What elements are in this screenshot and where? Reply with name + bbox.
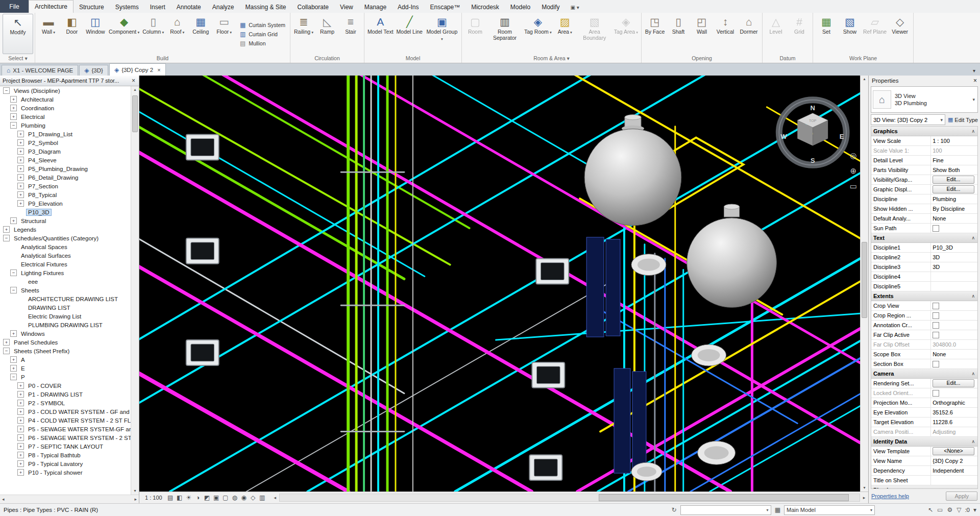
chevron-down-icon[interactable]: ▾ [972, 97, 976, 102]
property-row[interactable]: Discipline4 ∧ [871, 272, 977, 282]
tree-expander-icon[interactable]: − [10, 287, 17, 293]
ribbon-button[interactable]: ⌂ Roof [165, 14, 189, 54]
ribbon-button[interactable]: ◈ Tag Room [523, 14, 553, 54]
tree-expander-icon[interactable]: − [3, 87, 10, 94]
ribbon-button[interactable]: # Grid [788, 14, 811, 54]
ribbon-button[interactable]: ≡ Stair [339, 14, 362, 54]
property-row[interactable]: Scope Box None None ∧ [871, 350, 977, 359]
property-row[interactable]: Camera Positi... Adjusting Adjusting ∧ [871, 427, 977, 437]
tree-item[interactable]: + P2_Symbol [0, 138, 131, 147]
group-label-select[interactable]: Select ▾ [3, 54, 33, 63]
property-value[interactable]: Fine [933, 157, 943, 163]
filter-icon[interactable]: ▽ [957, 506, 961, 513]
scroll-left-icon[interactable]: ◂ [271, 495, 279, 500]
section-collapse-icon[interactable]: ∧ [971, 129, 977, 134]
tree-item[interactable]: PLUMBING DRAWING LIST [0, 321, 131, 329]
tree-item[interactable]: + P9_Elevation [0, 199, 131, 208]
ribbon-button[interactable]: ▨ Area [553, 14, 577, 54]
tree-item[interactable]: + P10 - Typical shower [0, 468, 131, 477]
property-value[interactable]: Independent [933, 468, 964, 474]
tree-expander-icon[interactable]: + [17, 148, 24, 155]
visual-style-icon[interactable]: ◧ [175, 494, 184, 501]
scroll-right-icon[interactable]: ▸ [134, 497, 137, 502]
scroll-up-icon[interactable]: ▴ [134, 86, 136, 93]
crop-region-icon[interactable]: ▢ [221, 494, 230, 501]
scrollbar-thumb[interactable] [599, 494, 849, 501]
crop-view-icon[interactable]: ▣ [212, 494, 221, 501]
property-row[interactable]: Rendering Set... Edit... Edit... ∧ [871, 379, 977, 388]
checkbox[interactable] [933, 312, 939, 319]
tree-expander-icon[interactable]: − [10, 269, 17, 276]
tree-item[interactable]: + P3 - COLD WATER SYSTEM - GF and [0, 407, 131, 416]
apply-button[interactable]: Apply [946, 492, 977, 501]
ribbon-tab[interactable]: Collaborate [292, 1, 334, 13]
ribbon-button[interactable]: ▦ Set [815, 14, 838, 54]
unlocked-view-icon[interactable]: ◇ [249, 494, 258, 501]
scrollbar-thumb[interactable] [862, 242, 867, 318]
tree-item[interactable]: − P [0, 373, 131, 381]
tree-expander-icon[interactable]: + [17, 131, 24, 137]
tree-expander-icon[interactable]: + [17, 183, 24, 189]
ribbon-small-button[interactable]: ▥ Curtain Grid [237, 30, 287, 39]
ribbon-small-button[interactable]: ▦ Curtain System [237, 20, 287, 30]
scroll-left-icon[interactable]: ◂ [2, 497, 5, 502]
file-menu-button[interactable]: File [0, 0, 29, 13]
tree-item[interactable]: + Windows [0, 329, 131, 338]
zoom-icon[interactable]: ⊕ [850, 166, 857, 176]
compass-west-label[interactable]: W [780, 133, 787, 140]
tree-expander-icon[interactable]: + [10, 365, 17, 372]
viewport-vertical-scrollbar[interactable]: ▴ ▾ [860, 76, 868, 492]
tree-expander-icon[interactable]: + [17, 460, 24, 467]
background-processes-icon[interactable]: ⚙ [947, 506, 952, 513]
ribbon-button[interactable]: ◺ Ramp [315, 14, 339, 54]
tree-item[interactable]: − Sheets [0, 286, 131, 294]
checkbox[interactable] [933, 361, 939, 367]
property-value[interactable]: 1 : 100 [933, 138, 950, 144]
property-row[interactable]: Graphics ∧ [871, 127, 977, 136]
tree-expander-icon[interactable]: + [17, 382, 24, 389]
property-row[interactable]: Detail Level Fine Fine ∧ [871, 156, 977, 165]
properties-help-link[interactable]: Properties help [871, 493, 909, 499]
view-scale-button[interactable]: 1 : 100 [141, 495, 166, 501]
compass-east-label[interactable]: E [840, 133, 844, 140]
property-row[interactable]: Discipline3 3D 3D ∧ [871, 262, 977, 272]
property-row[interactable]: Phasing ∧ [871, 485, 977, 489]
tree-expander-icon[interactable]: − [3, 348, 10, 354]
property-row[interactable]: Dependency Independent Independent ∧ [871, 466, 977, 476]
tree-expander-icon[interactable]: + [17, 400, 24, 406]
tree-expander-icon[interactable]: + [17, 165, 24, 172]
ribbon-button[interactable]: ▧ Show [838, 14, 862, 54]
tree-expander-icon[interactable]: − [10, 374, 17, 380]
scroll-right-icon[interactable]: ▸ [860, 495, 868, 500]
tab-overflow-icon[interactable]: ▾ [968, 68, 980, 76]
tree-expander-icon[interactable]: + [10, 113, 17, 120]
tree-item[interactable]: + P7 - SEPTIC TANK LAYOUT [0, 442, 131, 451]
ribbon-tab[interactable]: Analyze [207, 1, 240, 13]
tree-item[interactable]: + P4 - COLD WATER SYSTEM - 2 ST FL [0, 416, 131, 425]
property-row[interactable]: Title on Sheet ∧ [871, 476, 977, 485]
tree-expander-icon[interactable]: + [10, 96, 17, 103]
tree-item[interactable]: + P9 - Typical Lavatory [0, 459, 131, 468]
property-row[interactable]: Camera ∧ [871, 369, 977, 379]
section-collapse-icon[interactable]: ∧ [971, 293, 977, 299]
ribbon-button[interactable]: ▬ Wall [37, 14, 60, 54]
tree-item[interactable]: + Panel Schedules [0, 338, 131, 347]
tree-item[interactable]: + P2 - SYMBOL [0, 399, 131, 407]
property-row[interactable]: Locked Orient... ∧ [871, 388, 977, 398]
close-icon[interactable]: × [131, 77, 136, 84]
property-value[interactable]: Plumbing [933, 196, 956, 202]
property-row[interactable]: Default Analy... None None ∧ [871, 214, 977, 224]
tree-item[interactable]: + P6_Detail_Drawing [0, 173, 131, 182]
temporary-hide-isolate-icon[interactable]: ◍ [230, 494, 239, 501]
reveal-hidden-icon[interactable]: ◉ [239, 494, 249, 501]
tree-expander-icon[interactable]: + [3, 339, 10, 346]
tree-item[interactable]: − Lighting Fixtures [0, 268, 131, 277]
tree-expander-icon[interactable]: + [17, 426, 24, 432]
property-row[interactable]: Show Hidden ... By Discipline By Discipl… [871, 204, 977, 214]
tree-expander-icon[interactable]: + [17, 452, 24, 458]
ribbon-button[interactable]: ▯ Column [141, 14, 165, 54]
ribbon-tab[interactable]: Manage [359, 1, 392, 13]
property-row[interactable]: Target Elevation 11228.6 11228.6 ∧ [871, 417, 977, 427]
worksets-icon[interactable]: ↻ [672, 506, 677, 513]
browser-vertical-scrollbar[interactable]: ▴ ▾ [131, 86, 139, 495]
